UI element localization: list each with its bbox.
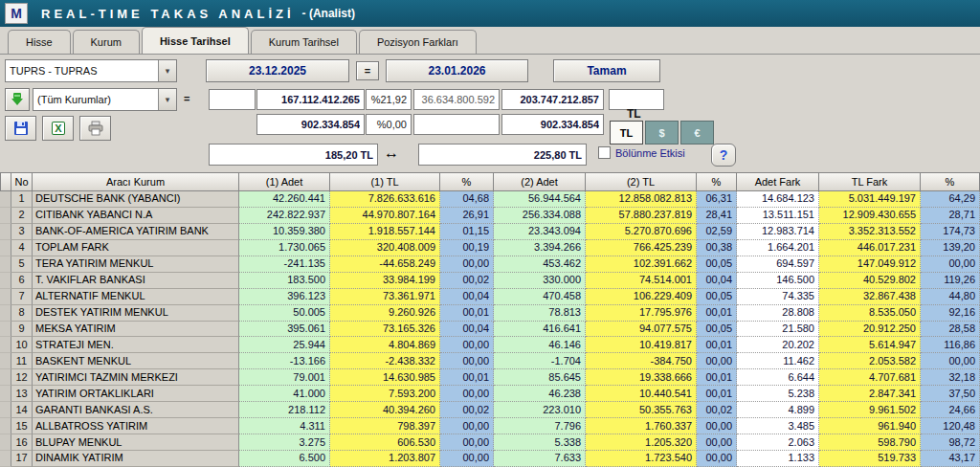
cell-value[interactable]: 00,04 (697, 273, 737, 289)
lot-input[interactable] (209, 89, 256, 110)
cell-value[interactable]: 1.205.320 (586, 434, 697, 451)
mid-period1-field[interactable] (413, 89, 500, 110)
cell-row-number[interactable]: 6 (11, 273, 33, 289)
table-row[interactable]: 6T. VAKIFLAR BANKASI183.50033.984.19900,… (0, 273, 980, 289)
column-header-arac-kurum[interactable]: Aracı Kurum (33, 172, 239, 191)
excel-export-button[interactable]: X (42, 116, 74, 141)
chevron-down-icon[interactable]: ▾ (158, 89, 176, 110)
cell-value[interactable]: 00,00 (697, 451, 737, 467)
cell-value[interactable]: 20.202 (737, 337, 819, 353)
cell-value[interactable]: 519.733 (819, 451, 921, 467)
column-header-tl-fark[interactable]: TL Fark (819, 172, 921, 191)
cell-broker-name[interactable]: GARANTI BANKASI A.S. (33, 402, 239, 418)
cell-value[interactable]: 00,01 (697, 369, 737, 386)
cell-value[interactable]: 146.500 (737, 273, 819, 289)
help-button[interactable]: ? (711, 144, 736, 167)
cell-value[interactable]: 598.790 (819, 434, 921, 451)
column-header--2-adet[interactable]: (2) Adet (494, 172, 586, 191)
cell-broker-name[interactable]: TERA YATIRIM MENKUL (33, 256, 239, 273)
cell-value[interactable]: 00,00 (921, 353, 980, 369)
cell-value[interactable]: -241.135 (239, 256, 330, 273)
table-row[interactable]: 3BANK-OF-AMERICA YATIRIM BANK10.359.3801… (0, 224, 980, 240)
currency-button--[interactable]: € (680, 121, 714, 145)
cell-value[interactable]: 242.822.937 (239, 208, 330, 224)
tab-pozisyon-farklar-[interactable]: Pozisyon Farkları (359, 30, 477, 54)
cell-value[interactable]: 32,18 (921, 369, 980, 386)
cell-value[interactable]: 00,02 (440, 273, 494, 289)
cell-value[interactable]: 12.983.714 (737, 224, 819, 240)
cell-row-number[interactable]: 16 (11, 434, 33, 451)
cell-value[interactable]: 28.808 (737, 305, 819, 322)
cell-value[interactable]: 766.425.239 (586, 240, 697, 256)
cell-value[interactable]: 00,00 (440, 386, 494, 402)
cell-value[interactable]: 40.394.260 (330, 402, 440, 418)
table-row[interactable]: 17DINAMIK YATIRIM6.5001.203.80700,007.63… (0, 451, 980, 467)
cell-broker-name[interactable]: CITIBANK YABANCI N.A (33, 208, 239, 224)
cell-value[interactable]: 3.275 (239, 434, 330, 451)
cell-value[interactable]: 139,20 (921, 240, 980, 256)
cell-row-number[interactable]: 5 (11, 256, 33, 273)
cell-row-number[interactable]: 11 (11, 353, 33, 369)
cell-value[interactable]: 74.335 (737, 289, 819, 305)
currency-button--[interactable]: $ (645, 121, 679, 145)
cell-value[interactable]: 395.061 (239, 322, 330, 338)
cell-broker-name[interactable]: BLUPAY MENKUL (33, 434, 239, 451)
column-header--[interactable]: % (440, 172, 494, 191)
cell-row-number[interactable]: 12 (11, 369, 33, 386)
cell-broker-name[interactable]: TOPLAM FARK (33, 240, 239, 256)
cell-value[interactable]: 00,38 (697, 240, 737, 256)
cell-value[interactable]: -13.166 (239, 353, 330, 369)
total2-period1-field[interactable] (501, 89, 604, 110)
cell-value[interactable]: 5.031.449.197 (819, 191, 921, 208)
pct-period1-field[interactable] (366, 89, 412, 110)
cell-value[interactable]: 20.912.250 (819, 322, 921, 338)
price-high-input[interactable] (418, 144, 587, 166)
cell-value[interactable]: 4.311 (239, 418, 330, 434)
cell-row-number[interactable]: 17 (11, 451, 33, 467)
cell-value[interactable]: 26,91 (440, 208, 494, 224)
cell-value[interactable]: 28,41 (697, 208, 737, 224)
cell-value[interactable]: 11.462 (737, 353, 819, 369)
cell-value[interactable]: 32.867.438 (819, 289, 921, 305)
cell-broker-name[interactable]: STRATEJI MEN. (33, 337, 239, 353)
cell-value[interactable]: -44.658.249 (330, 256, 440, 273)
confirm-button[interactable]: Tamam (553, 59, 660, 82)
cell-value[interactable]: -1.704 (494, 353, 586, 369)
cell-value[interactable]: 23.343.094 (494, 224, 586, 240)
cell-value[interactable]: 00,00 (440, 418, 494, 434)
cell-value[interactable]: 73.361.971 (330, 289, 440, 305)
table-row[interactable]: 16BLUPAY MENKUL3.275606.53000,005.3381.2… (0, 434, 980, 451)
cell-row-number[interactable]: 1 (11, 191, 33, 208)
cell-value[interactable]: 94.077.575 (586, 322, 697, 338)
cell-value[interactable]: 10.359.380 (239, 224, 330, 240)
cell-value[interactable]: 2.053.582 (819, 353, 921, 369)
cell-value[interactable]: 798.397 (330, 418, 440, 434)
total1-period2-field[interactable] (256, 114, 365, 135)
cell-value[interactable]: 00,00 (697, 353, 737, 369)
cell-value[interactable]: 46.146 (494, 337, 586, 353)
column-header-no[interactable]: No (11, 172, 33, 191)
cell-value[interactable]: 106.229.409 (586, 289, 697, 305)
cell-value[interactable]: 50.355.763 (586, 402, 697, 418)
cell-value[interactable]: 1.203.807 (330, 451, 440, 467)
total2-period2-field[interactable] (501, 114, 604, 135)
cell-broker-name[interactable]: ALTERNATIF MENKUL (33, 289, 239, 305)
table-row[interactable]: 13YATIRIM ORTAKLIKLARI41.0007.593.20000,… (0, 386, 980, 402)
cell-row-number[interactable]: 4 (11, 240, 33, 256)
column-header-adet-fark[interactable]: Adet Fark (737, 172, 819, 191)
cell-value[interactable]: 00,01 (440, 305, 494, 322)
cell-value[interactable]: 78.813 (494, 305, 586, 322)
cell-value[interactable]: 9.961.502 (819, 402, 921, 418)
cell-value[interactable]: 44.970.807.164 (330, 208, 440, 224)
cell-value[interactable]: 44,80 (921, 289, 980, 305)
column-header--2-tl[interactable]: (2) TL (586, 172, 697, 191)
table-row[interactable]: 15ALLBATROSS YATIRIM4.311798.39700,007.7… (0, 418, 980, 434)
cell-value[interactable]: -384.750 (586, 353, 697, 369)
cell-broker-name[interactable]: BANK-OF-AMERICA YATIRIM BANK (33, 224, 239, 240)
cell-value[interactable]: 33.984.199 (330, 273, 440, 289)
cell-value[interactable]: 116,86 (921, 337, 980, 353)
column-header--1-adet[interactable]: (1) Adet (239, 172, 330, 191)
table-row[interactable]: 9MEKSA YATIRIM395.06173.165.32600,04416.… (0, 322, 980, 338)
cell-value[interactable]: 00,05 (697, 322, 737, 338)
cell-value[interactable]: 10.419.817 (586, 337, 697, 353)
